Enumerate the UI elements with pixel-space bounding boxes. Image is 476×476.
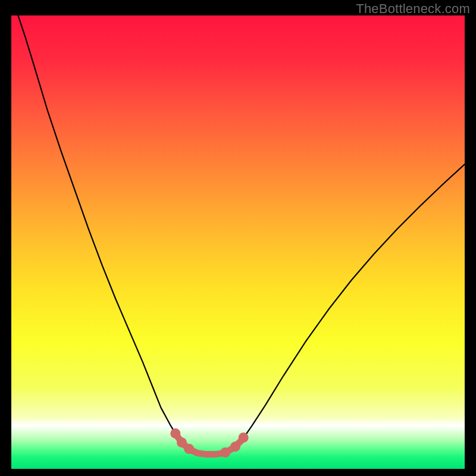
trough-marker-dot <box>170 428 180 439</box>
trough-marker-dot <box>230 441 240 452</box>
trough-marker-dot <box>220 447 230 458</box>
watermark-text: TheBottleneck.com <box>356 1 470 17</box>
gradient-background <box>11 15 465 469</box>
chart-frame: TheBottleneck.com <box>0 0 476 476</box>
trough-marker-dot <box>239 433 249 443</box>
trough-marker-dot <box>184 444 194 454</box>
bottleneck-curve-chart <box>11 15 465 469</box>
plot-area <box>11 15 465 469</box>
